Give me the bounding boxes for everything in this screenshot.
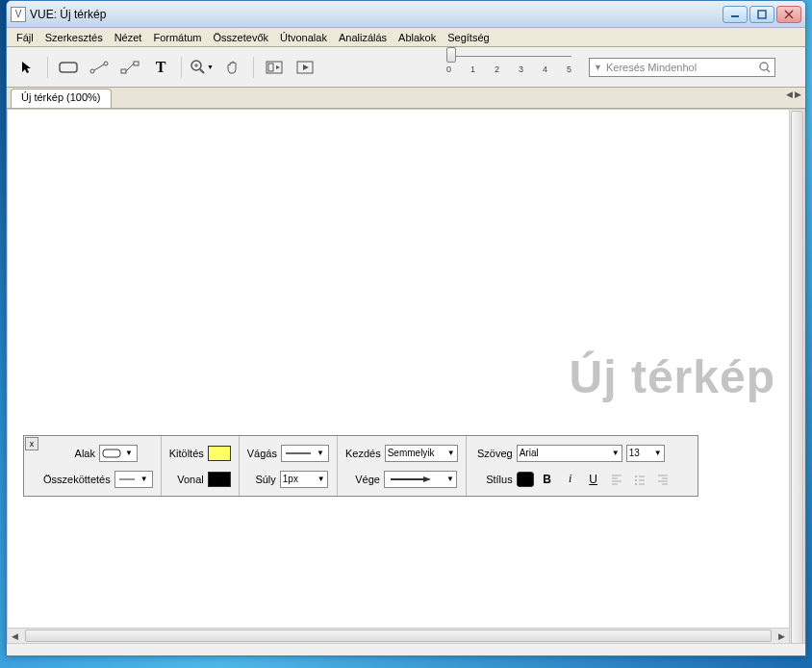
end-label: Vége <box>345 474 380 485</box>
scrollbar-thumb[interactable] <box>25 629 772 642</box>
menu-format[interactable]: Formátum <box>147 30 207 45</box>
cut-dropdown[interactable]: ▼ <box>281 445 329 462</box>
link-tool[interactable] <box>85 55 114 80</box>
toolbar: T ▼ 012345 ▼ Keresés Mindenhol <box>7 47 805 88</box>
menu-routes[interactable]: Útvonalak <box>274 30 333 45</box>
list-button[interactable] <box>630 471 649 488</box>
scroll-left-icon[interactable]: ◀ <box>8 629 22 643</box>
search-dropdown-icon[interactable]: ▼ <box>594 63 602 72</box>
scroll-right-icon[interactable]: ▶ <box>774 629 789 643</box>
fontsize-dropdown[interactable]: 13▼ <box>626 445 665 462</box>
svg-line-12 <box>200 69 204 73</box>
align-left-button[interactable] <box>607 471 626 488</box>
svg-point-32 <box>635 483 637 485</box>
hand-tool[interactable] <box>218 55 247 80</box>
menu-components[interactable]: Összetevők <box>208 30 274 45</box>
font-dropdown[interactable]: Arial▼ <box>517 445 622 462</box>
shape-label: Alak <box>43 448 95 459</box>
slider-thumb[interactable] <box>446 47 456 63</box>
weight-dropdown[interactable]: 1px▼ <box>280 471 328 488</box>
svg-line-7 <box>94 64 104 70</box>
svg-rect-1 <box>758 11 766 18</box>
start-label: Kezdés <box>345 448 381 459</box>
node-tool[interactable] <box>54 55 83 80</box>
svg-point-6 <box>104 62 108 65</box>
svg-point-18 <box>760 63 768 70</box>
maximize-button[interactable] <box>749 6 774 23</box>
separator <box>253 57 254 78</box>
svg-rect-16 <box>268 64 273 71</box>
style-label: Stílus <box>474 474 513 485</box>
underline-button[interactable]: U <box>584 471 603 488</box>
tab-scroll-left-icon[interactable]: ◀ <box>786 90 793 99</box>
svg-rect-9 <box>134 62 139 65</box>
pointer-tool[interactable] <box>13 55 41 80</box>
app-icon: V <box>11 7 26 22</box>
weight-label: Súly <box>247 474 276 485</box>
search-placeholder: Keresés Mindenhol <box>606 62 697 73</box>
textcolor-swatch[interactable] <box>517 472 534 487</box>
svg-point-5 <box>90 69 94 73</box>
line-swatch[interactable] <box>208 472 231 487</box>
link-dropdown[interactable]: ▼ <box>114 471 153 488</box>
canvas[interactable]: Új térkép x Alak ▼ Összeköttetés ▼ Kitöl… <box>7 109 805 644</box>
svg-point-30 <box>635 479 637 481</box>
svg-rect-4 <box>60 63 77 72</box>
bold-button[interactable]: B <box>538 471 557 488</box>
text-tool[interactable]: T <box>146 55 175 80</box>
svg-rect-20 <box>103 450 120 457</box>
svg-line-19 <box>767 69 770 72</box>
svg-line-10 <box>126 64 134 71</box>
tabbar: Új térkép (100%) ◀ ▶ <box>7 88 805 109</box>
prune-tool[interactable] <box>115 55 144 80</box>
close-button[interactable] <box>776 6 801 23</box>
play-tool[interactable] <box>291 55 319 80</box>
italic-button[interactable]: i <box>561 471 580 488</box>
svg-point-28 <box>635 475 637 477</box>
vertical-scrollbar[interactable] <box>789 110 804 643</box>
tab-scroll-right-icon[interactable]: ▶ <box>795 90 801 99</box>
app-window: V VUE: Új térkép Fájl Szerkesztés Nézet … <box>6 0 806 656</box>
search-input[interactable]: ▼ Keresés Mindenhol <box>589 58 775 77</box>
titlebar[interactable]: V VUE: Új térkép <box>7 1 805 28</box>
separator <box>181 57 182 78</box>
cut-label: Vágás <box>247 448 277 459</box>
text-label: Szöveg <box>474 448 513 459</box>
end-dropdown[interactable]: ▼ <box>384 471 457 488</box>
format-panel: x Alak ▼ Összeköttetés ▼ Kitöltés Vonal <box>23 435 698 497</box>
menu-file[interactable]: Fájl <box>11 30 39 45</box>
zoom-tool[interactable]: ▼ <box>188 55 216 80</box>
fill-swatch[interactable] <box>208 446 231 461</box>
fill-label: Kitöltés <box>169 448 204 459</box>
menu-help[interactable]: Segítség <box>442 30 495 45</box>
menu-analyze[interactable]: Analizálás <box>333 30 393 45</box>
menubar: Fájl Szerkesztés Nézet Formátum Összetev… <box>7 28 805 47</box>
document-tab[interactable]: Új térkép (100%) <box>11 89 112 108</box>
minimize-button[interactable] <box>723 6 748 23</box>
canvas-watermark: Új térkép <box>570 350 775 403</box>
menu-view[interactable]: Nézet <box>109 30 148 45</box>
link-label: Összeköttetés <box>43 474 111 485</box>
presentation-tool[interactable] <box>260 55 289 80</box>
menu-windows[interactable]: Ablakok <box>393 30 442 45</box>
horizontal-scrollbar[interactable]: ◀ ▶ <box>8 628 789 643</box>
separator <box>47 57 48 78</box>
scrollbar-thumb[interactable] <box>791 111 803 644</box>
panel-close-button[interactable]: x <box>25 437 38 450</box>
shape-dropdown[interactable]: ▼ <box>99 445 138 462</box>
svg-rect-8 <box>121 69 126 73</box>
search-icon[interactable] <box>759 62 771 73</box>
line-label: Vonal <box>169 474 204 485</box>
menu-edit[interactable]: Szerkesztés <box>39 30 109 45</box>
align-right-button[interactable] <box>653 471 672 488</box>
zoom-slider[interactable]: 012345 <box>446 60 571 74</box>
window-title: VUE: Új térkép <box>30 8 723 21</box>
start-dropdown[interactable]: Semmelyik▼ <box>385 445 458 462</box>
slider-ticks: 012345 <box>446 64 571 74</box>
